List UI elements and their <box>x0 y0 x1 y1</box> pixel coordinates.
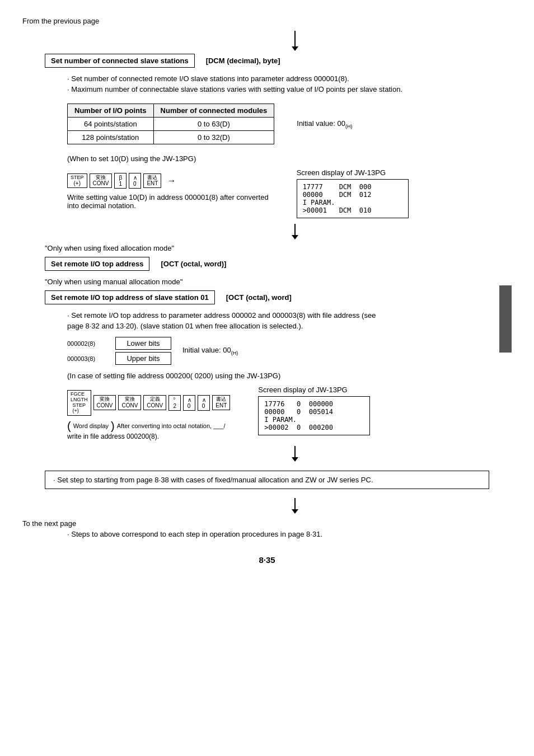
key-0: ∧0 <box>129 173 141 189</box>
key-henkan-3: 変換 CONV <box>93 395 116 410</box>
bottom-section: · Set step to starting from page 8·38 wi… <box>45 471 489 489</box>
screen-display-1: Screen display of JW-13PG 17777 DCM 000 … <box>297 168 409 218</box>
io-table-row1-col2: 0 to 63(D) <box>153 118 274 131</box>
word-display-note: ( Word display ) After converting into o… <box>67 420 230 431</box>
screen-box-1: 17777 DCM 000 00000 DCM 012 I PARAM. >00… <box>297 179 409 218</box>
write-text-1b: into decimal notation. <box>67 201 269 210</box>
section1-content: · Set number of connected remote I/O sla… <box>67 74 512 218</box>
section1-title-box: Set number of connected slave stations <box>45 54 195 68</box>
key-a0-3: ∧0 <box>183 395 195 411</box>
after-convert-text: After converting into octal notation, __… <box>117 422 226 429</box>
when-set-label: (When to set 10(D) using the JW-13PG) <box>67 154 512 163</box>
write-text-1a: Write setting value 10(D) in address 000… <box>67 193 269 201</box>
initial-value-1: Initial value: 00(H) <box>297 119 352 129</box>
key-1: β1 <box>114 173 127 189</box>
bullet1: · Set number of connected remote I/O sla… <box>67 74 512 83</box>
lower-upper-box: 000002(8) Lower bits 000003(8) Upper bit… <box>67 337 171 365</box>
screen-disp-label-1: Screen display of JW-13PG <box>297 168 409 177</box>
bottom-text: · Set step to starting from page 8·38 wi… <box>53 476 373 484</box>
key-step: STEP (+) <box>67 173 87 189</box>
key-conv1: 変換 CONV <box>90 173 113 189</box>
section3-format: [OCT (octal), word] <box>226 293 292 302</box>
section3-bullet2: page 8·32 and 13·20). (slave station 01 … <box>67 322 512 330</box>
addr-000003: 000003(8) <box>67 355 112 362</box>
key-teichi-3: 定義 CONV <box>143 395 166 410</box>
screen-disp-label-3: Screen display of JW-13PG <box>258 386 370 394</box>
section3-when-set: (In case of setting file address 000200(… <box>67 372 512 380</box>
key-seq-screen-wrap3: FGCELNGTH STEP(+) 変換 CONV 変換 CONV 定義 CON… <box>67 386 512 440</box>
page-number: 8·35 <box>22 555 512 565</box>
key-sequence-1: STEP (+) 変換 CONV β1 ∧0 書込 EN <box>67 173 269 189</box>
key-sequence-3: FGCELNGTH STEP(+) 変換 CONV 変換 CONV 定義 CON… <box>67 390 230 416</box>
upper-bits-row: 000003(8) Upper bits <box>67 352 171 365</box>
key-seq-screen-wrap1: STEP (+) 変換 CONV β1 ∧0 書込 EN <box>67 168 512 218</box>
io-table-row2-col2: 0 to 32(D) <box>153 131 274 144</box>
bullet2: · Maximum number of connectable slave st… <box>67 85 512 93</box>
key-henkan-3b: 変換 CONV <box>118 395 141 410</box>
io-table-col2-header: Number of connected modules <box>153 104 274 118</box>
initial-value-3: Initial value: 00(H) <box>182 346 238 356</box>
bracket-close: ) <box>111 420 115 431</box>
steps-note: · Steps to above correspond to each step… <box>67 530 512 538</box>
io-table-wrap: Number of I/O points Number of connected… <box>67 98 512 150</box>
section3-title-box: Set remote I/O top address of slave stat… <box>45 290 215 304</box>
section1-format: [DCM (decimal), byte] <box>206 57 280 65</box>
bracket-open: ( <box>67 420 71 431</box>
right-tab <box>499 285 512 353</box>
io-table: Number of I/O points Number of connected… <box>67 104 274 144</box>
to-next-label: To the next page <box>22 519 512 528</box>
io-table-row2-col1: 128 points/station <box>68 131 154 144</box>
screen-box-3: 17776 0 000000 00000 0 005014 I PARAM. >… <box>258 396 370 435</box>
from-prev-label: From the previous page <box>22 17 512 25</box>
lower-bits-box: Lower bits <box>115 337 171 350</box>
section2-title-box: Set remote I/O top address <box>45 257 149 271</box>
section2-header: Set remote I/O top address [OCT (octal, … <box>45 257 512 271</box>
only-manual-label: "Only when using manual allocation mode" <box>45 278 512 286</box>
key-deg-3: °2 <box>168 395 181 411</box>
upper-bits-box: Upper bits <box>115 352 171 365</box>
addr-000002: 000002(8) <box>67 340 112 347</box>
key-ent-3: 書込 ENT <box>212 395 230 410</box>
lower-bits-row: 000002(8) Lower bits <box>67 337 171 350</box>
write-file-text: write in file address 000200(8). <box>67 433 230 440</box>
section1-header: Set number of connected slave stations [… <box>45 54 512 68</box>
arrow-right-1: → <box>167 176 176 186</box>
screen-display-3: Screen display of JW-13PG 17776 0 000000… <box>258 386 370 435</box>
only-fixed-label: "Only when using fixed allocation mode" <box>45 244 512 252</box>
io-table-col1-header: Number of I/O points <box>68 104 154 118</box>
word-disp-text: Word display <box>73 422 109 429</box>
io-table-row1-col1: 64 points/station <box>68 118 154 131</box>
section2-format: [OCT (octal, word)] <box>161 260 226 268</box>
section3-content: · Set remote I/O top address to paramete… <box>67 311 512 440</box>
write-block-1: Write setting value 10(D) in address 000… <box>67 193 269 210</box>
section3-header: Set remote I/O top address of slave stat… <box>45 290 512 304</box>
section3-bullet1: · Set remote I/O top address to paramete… <box>67 311 512 320</box>
key-ent: 書込 ENT <box>143 173 161 189</box>
key-step-3: FGCELNGTH STEP(+) <box>67 390 91 416</box>
key-a0b-3: ∧0 <box>198 395 210 411</box>
